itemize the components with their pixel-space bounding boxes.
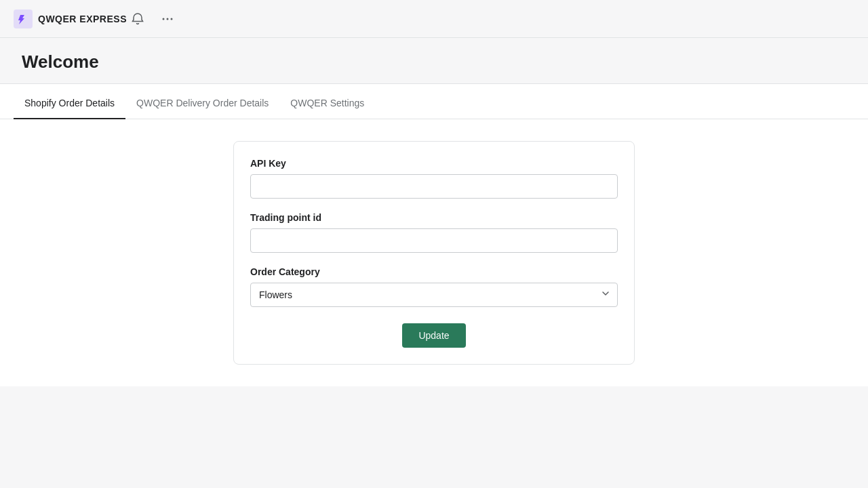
top-bar: QWQER EXPRESS [0,0,868,38]
order-category-label: Order Category [250,266,618,277]
api-key-group: API Key [250,158,618,199]
trading-point-label: Trading point id [250,212,618,223]
svg-point-3 [170,18,172,20]
order-category-select[interactable]: Flowers Other [250,283,618,307]
update-button[interactable]: Update [402,323,465,348]
order-category-select-wrapper: Flowers Other [250,283,618,307]
body-content: API Key Trading point id Order Category … [0,119,868,386]
order-category-group: Order Category Flowers Other [250,266,618,307]
trading-point-input[interactable] [250,228,618,253]
header-right [127,8,178,30]
api-key-input[interactable] [250,174,618,199]
header-left: QWQER EXPRESS [14,9,127,28]
app-name: QWQER EXPRESS [38,14,127,24]
form-actions: Update [250,323,618,348]
page-title: Welcome [22,52,846,73]
tabs-bar: Shopify Order Details QWQER Delivery Ord… [0,84,868,119]
api-key-label: API Key [250,158,618,169]
trading-point-group: Trading point id [250,212,618,253]
tab-qwqer-settings[interactable]: QWQER Settings [279,87,375,119]
settings-form-card: API Key Trading point id Order Category … [233,141,635,365]
tab-shopify-order-details[interactable]: Shopify Order Details [14,87,125,119]
welcome-section: Welcome [0,38,868,84]
app-logo [14,9,33,28]
tab-qwqer-delivery-order-details[interactable]: QWQER Delivery Order Details [125,87,279,119]
svg-point-1 [162,18,164,20]
notification-bell-icon[interactable] [127,8,149,30]
more-options-icon[interactable] [157,8,178,30]
svg-point-2 [166,18,168,20]
